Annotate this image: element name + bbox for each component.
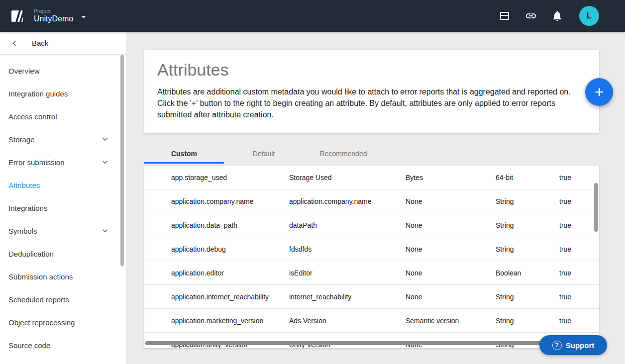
table-cell: application.marketing_version: [171, 317, 289, 325]
table-vertical-scrollbar[interactable]: [594, 183, 598, 232]
page-title: Attributes: [157, 60, 586, 80]
sidebar-item-attributes[interactable]: Attributes: [0, 174, 126, 196]
sidebar-item-label: Symbols: [8, 227, 37, 235]
support-label: Support: [566, 341, 595, 350]
table-row[interactable]: application.internet_reachabilityinterne…: [144, 285, 599, 309]
page-description: Attributes are additional custom metadat…: [157, 86, 581, 120]
table-row[interactable]: application.company.nameapplication.comp…: [144, 189, 599, 213]
table-row[interactable]: app.storage_usedStorage UsedBytes64-bitt…: [144, 166, 599, 189]
chevron-down-icon: [100, 134, 110, 146]
table-cell: dataPath: [289, 221, 406, 229]
table-body: app.storage_usedStorage UsedBytes64-bitt…: [144, 166, 599, 348]
table-cell: None: [406, 245, 496, 253]
table-cell: String: [496, 317, 559, 325]
table-cell: true: [559, 293, 599, 301]
sidebar-item-label: Integration guides: [8, 90, 68, 98]
table-cell: internet_reachability: [289, 293, 406, 301]
sidebar-nav: Overview Integration guides Access contr…: [0, 55, 126, 357]
sidebar-item-symbols[interactable]: Symbols: [0, 219, 126, 242]
table-cell: application.company.name: [171, 197, 289, 205]
table-cell: true: [559, 317, 599, 325]
table-cell: fdsdfds: [289, 245, 406, 253]
sidebar-item-label: Error submission: [8, 158, 65, 167]
table-cell: application.company.name: [289, 197, 406, 205]
table-cell: true: [559, 197, 599, 205]
table-cell: application.editor: [171, 269, 289, 277]
table-horizontal-scrollbar-thumb[interactable]: [145, 341, 576, 345]
tabs: Custom Default Recommended: [144, 145, 383, 162]
support-button[interactable]: ? Support: [539, 335, 607, 355]
bell-icon[interactable]: [551, 10, 563, 22]
table-cell: String: [496, 197, 559, 205]
sidebar-item-overview[interactable]: Overview: [0, 59, 126, 82]
table-cell: Storage Used: [289, 174, 406, 182]
table-horizontal-scrollbar[interactable]: [145, 341, 589, 345]
table-cell: true: [559, 245, 599, 253]
sidebar-item-label: Attributes: [8, 181, 40, 189]
project-switcher[interactable]: Project UnityDemo: [34, 7, 89, 24]
table-cell: None: [406, 293, 496, 301]
caret-down-icon: [78, 11, 89, 24]
sidebar-item-label: Deduplication: [8, 250, 54, 258]
topbar: Project UnityDemo L: [0, 0, 625, 32]
sidebar-item-label: Access control: [8, 112, 57, 121]
tab-default[interactable]: Default: [224, 145, 304, 162]
table-row[interactable]: application.marketing_versionAds Version…: [144, 309, 599, 333]
app-logo[interactable]: [9, 7, 26, 24]
table-cell: application.debug: [171, 245, 289, 253]
tab-custom[interactable]: Custom: [144, 145, 224, 162]
sidebar-item-label: Integrations: [8, 204, 47, 212]
tab-label: Default: [253, 150, 275, 158]
sidebar-item-object-reprocessing[interactable]: Object reprocessing: [0, 311, 126, 334]
link-icon[interactable]: [525, 10, 537, 22]
table-row[interactable]: application.unity_versionUnity VersionNo…: [144, 333, 599, 348]
back-label: Back: [32, 39, 48, 47]
table-row[interactable]: application.data_pathdataPathNoneStringt…: [144, 213, 599, 237]
sidebar-item-label: Object reprocessing: [8, 318, 75, 327]
sidebar-scrollbar[interactable]: [120, 55, 124, 266]
sidebar-item-scheduled-reports[interactable]: Scheduled reports: [0, 288, 126, 311]
table-cell: String: [496, 221, 559, 229]
table-cell: String: [496, 245, 559, 253]
table-cell: true: [559, 269, 599, 277]
sidebar: Back Overview Integration guides Access …: [0, 32, 127, 364]
sidebar-item-label: Scheduled reports: [8, 295, 69, 304]
table-cell: Ads Version: [289, 317, 406, 325]
sidebar-item-deduplication[interactable]: Deduplication: [0, 242, 126, 265]
sidebar-item-integrations[interactable]: Integrations: [0, 196, 126, 219]
sidebar-item-error-submission[interactable]: Error submission: [0, 151, 126, 174]
attributes-header-card: Attributes Attributes are additional cus…: [144, 50, 599, 133]
help-icon: ?: [552, 341, 562, 350]
add-attribute-button[interactable]: +: [585, 78, 613, 106]
table-cell: application.data_path: [171, 221, 289, 229]
sidebar-item-access-control[interactable]: Access control: [0, 105, 126, 128]
tab-label: Custom: [171, 150, 197, 158]
back-button[interactable]: Back: [0, 32, 126, 55]
table-row[interactable]: application.debugfdsdfdsNoneStringtrue: [144, 237, 599, 261]
table-cell: Semantic version: [406, 317, 496, 325]
attributes-table: app.storage_usedStorage UsedBytes64-bitt…: [144, 166, 599, 348]
table-cell: isEditor: [289, 269, 406, 277]
table-cell: None: [406, 221, 496, 229]
table-cell: 64-bit: [496, 174, 559, 182]
main-content: Attributes Attributes are additional cus…: [127, 32, 625, 364]
table-cell: None: [406, 269, 496, 277]
tab-label: Recommended: [320, 150, 367, 158]
user-avatar[interactable]: L: [579, 6, 599, 26]
table-cell: Boolean: [496, 269, 559, 277]
sidebar-item-source-code[interactable]: Source code: [0, 334, 126, 357]
project-label: Project: [34, 8, 73, 14]
table-cell: Bytes: [406, 174, 496, 182]
tab-recommended[interactable]: Recommended: [304, 145, 383, 162]
table-cell: app.storage_used: [171, 174, 289, 182]
sidebar-item-submission-actions[interactable]: Submission actions: [0, 265, 126, 288]
sidebar-item-integration-guides[interactable]: Integration guides: [0, 82, 126, 105]
sidebar-item-storage[interactable]: Storage: [0, 128, 126, 151]
dashboard-icon[interactable]: [499, 10, 511, 22]
table-cell: application.internet_reachability: [171, 293, 289, 301]
table-cell: true: [559, 221, 599, 229]
plus-icon: +: [595, 84, 604, 100]
table-row[interactable]: application.editorisEditorNoneBooleantru…: [144, 261, 599, 285]
chevron-down-icon: [100, 226, 110, 237]
table-cell: String: [496, 293, 559, 301]
